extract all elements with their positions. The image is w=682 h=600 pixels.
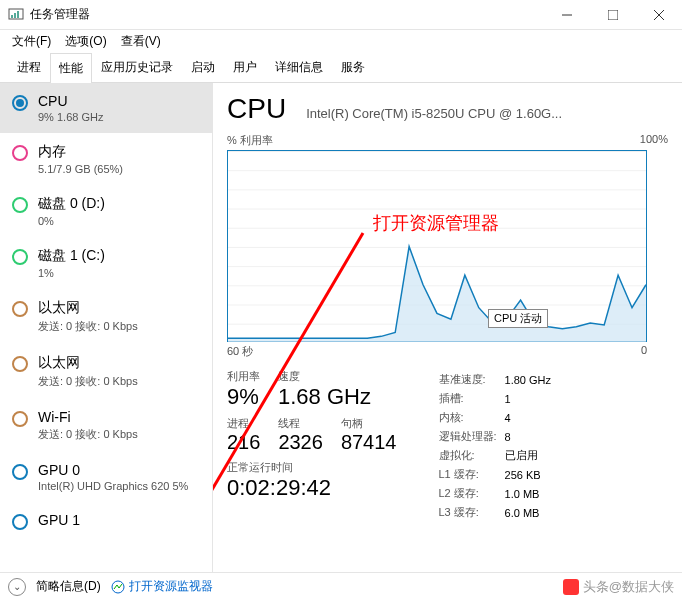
watermark: 头条@数据大侠 [563,578,674,596]
sidebar-title: GPU 0 [38,462,188,478]
tab-应用历史记录[interactable]: 应用历史记录 [92,52,182,82]
spec-value: 1.0 MB [505,485,557,502]
status-ring-icon [12,356,28,372]
stat-label: 速度 [278,369,371,384]
sidebar-item[interactable]: 以太网发送: 0 接收: 0 Kbps [0,344,212,399]
spec-value: 4 [505,409,557,426]
tab-详细信息[interactable]: 详细信息 [266,52,332,82]
sidebar-title: 磁盘 1 (C:) [38,247,105,265]
sidebar-title: GPU 1 [38,512,80,528]
spec-value: 1.80 GHz [505,371,557,388]
graph-xright: 0 [641,344,647,359]
status-ring-icon [12,514,28,530]
spec-label: 基准速度: [439,371,503,388]
sidebar-sub: 5.1/7.9 GB (65%) [38,163,123,175]
spec-label: 内核: [439,409,503,426]
svg-rect-3 [17,11,19,18]
spec-label: 虚拟化: [439,447,503,464]
window-title: 任务管理器 [30,6,544,23]
sidebar-title: 内存 [38,143,123,161]
spec-value: 6.0 MB [505,504,557,521]
spec-value: 已启用 [505,447,557,464]
resmon-icon [111,580,125,594]
maximize-button[interactable] [590,0,636,30]
status-ring-icon [12,249,28,265]
collapse-chevron-icon[interactable]: ⌄ [8,578,26,596]
sidebar-sub: 1% [38,267,105,279]
spec-value: 256 KB [505,466,557,483]
sidebar-title: 以太网 [38,299,138,317]
sidebar-sub: 发送: 0 接收: 0 Kbps [38,374,138,389]
spec-label: 逻辑处理器: [439,428,503,445]
graph-ymax: 100% [640,133,668,148]
sidebar-sub: Intel(R) UHD Graphics 620 5% [38,480,188,492]
stat-label: 进程 [227,416,260,431]
tab-性能[interactable]: 性能 [50,53,92,83]
spec-value: 1 [505,390,557,407]
brief-info-link[interactable]: 简略信息(D) [36,578,101,595]
minimize-button[interactable] [544,0,590,30]
status-ring-icon [12,145,28,161]
sidebar-item[interactable]: Wi-Fi发送: 0 接收: 0 Kbps [0,399,212,452]
sidebar-item[interactable]: GPU 0Intel(R) UHD Graphics 620 5% [0,452,212,502]
menu-item[interactable]: 文件(F) [6,31,57,52]
graph-tooltip: CPU 活动 [488,309,548,328]
stat-value: 1.68 GHz [278,384,371,410]
sidebar-title: 以太网 [38,354,138,372]
status-ring-icon [12,197,28,213]
cpu-model: Intel(R) Core(TM) i5-8250U CPU @ 1.60G..… [306,106,668,121]
tab-服务[interactable]: 服务 [332,52,374,82]
open-resmon-link[interactable]: 打开资源监视器 [111,578,213,595]
uptime-label: 正常运行时间 [227,460,397,475]
tab-启动[interactable]: 启动 [182,52,224,82]
spec-label: L1 缓存: [439,466,503,483]
menu-item[interactable]: 选项(O) [59,31,112,52]
sidebar-sub: 9% 1.68 GHz [38,111,103,123]
tab-用户[interactable]: 用户 [224,52,266,82]
sidebar-item[interactable]: 磁盘 1 (C:)1% [0,237,212,289]
spec-label: 插槽: [439,390,503,407]
sidebar-sub: 发送: 0 接收: 0 Kbps [38,427,138,442]
svg-rect-5 [608,10,618,20]
tab-进程[interactable]: 进程 [8,52,50,82]
spec-label: L2 缓存: [439,485,503,502]
sidebar-item[interactable]: GPU 1 [0,502,212,540]
stat-value: 2326 [278,431,323,454]
sidebar-title: Wi-Fi [38,409,138,425]
close-button[interactable] [636,0,682,30]
status-ring-icon [12,464,28,480]
stat-value: 9% [227,384,260,410]
graph-xleft: 60 秒 [227,344,253,359]
graph-ylabel: % 利用率 [227,133,273,148]
sidebar-item[interactable]: 以太网发送: 0 接收: 0 Kbps [0,289,212,344]
stat-label: 线程 [278,416,323,431]
uptime-value: 0:02:29:42 [227,475,397,501]
svg-rect-1 [11,15,13,18]
cpu-graph[interactable]: CPU 活动 [227,150,647,342]
sidebar-item[interactable]: CPU9% 1.68 GHz [0,83,212,133]
stat-value: 216 [227,431,260,454]
cpu-heading: CPU [227,93,286,125]
spec-label: L3 缓存: [439,504,503,521]
spec-value: 8 [505,428,557,445]
sidebar-sub: 0% [38,215,105,227]
status-ring-icon [12,411,28,427]
sidebar-sub: 发送: 0 接收: 0 Kbps [38,319,138,334]
sidebar-title: CPU [38,93,103,109]
stat-label: 句柄 [341,416,397,431]
status-ring-icon [12,95,28,111]
stat-value: 87414 [341,431,397,454]
app-icon [8,7,24,23]
menu-item[interactable]: 查看(V) [115,31,167,52]
status-ring-icon [12,301,28,317]
svg-rect-2 [14,13,16,18]
watermark-icon [563,579,579,595]
sidebar-item[interactable]: 内存5.1/7.9 GB (65%) [0,133,212,185]
stat-label: 利用率 [227,369,260,384]
sidebar-item[interactable]: 磁盘 0 (D:)0% [0,185,212,237]
sidebar-title: 磁盘 0 (D:) [38,195,105,213]
